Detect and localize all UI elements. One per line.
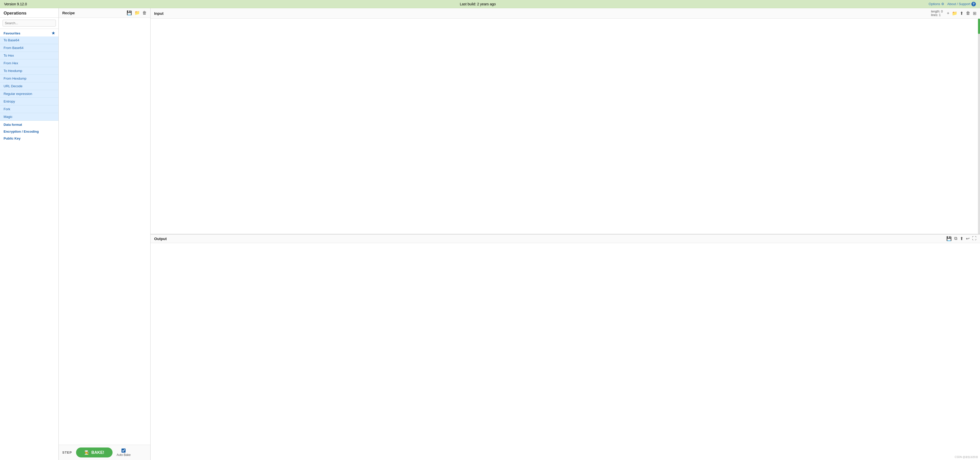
- output-copy-icon[interactable]: ⧉: [954, 236, 957, 241]
- bake-button[interactable]: 👨‍🍳 BAKE!: [76, 447, 113, 457]
- public-key-label: Public Key: [3, 136, 21, 140]
- op-item-to-hex[interactable]: To Hex: [0, 52, 59, 59]
- op-item-regular-expression[interactable]: Regular expression: [0, 90, 59, 98]
- recipe-title: Recipe: [62, 11, 75, 15]
- input-layout-icon[interactable]: ⊞: [973, 11, 977, 16]
- auto-bake-wrap: Auto Bake: [117, 449, 130, 457]
- version-label: Version 9.12.0: [4, 2, 27, 6]
- output-undo-icon[interactable]: ↩: [966, 236, 969, 241]
- op-item-to-hexdump[interactable]: To Hexdump: [0, 67, 59, 75]
- op-item-fork[interactable]: Fork: [0, 105, 59, 113]
- length-label: length:: [931, 10, 940, 13]
- output-icons: 💾 ⧉ ⬆ ↩ ⛶: [946, 236, 977, 241]
- recipe-icons: 💾 📁 🗑: [127, 10, 147, 16]
- recipe-footer: STEP 👨‍🍳 BAKE! Auto Bake: [59, 445, 150, 460]
- output-fullscreen-icon[interactable]: ⛶: [972, 236, 977, 241]
- input-add-icon[interactable]: +: [947, 11, 950, 16]
- op-item-from-hex[interactable]: From Hex: [0, 59, 59, 67]
- output-export-icon[interactable]: ⬆: [960, 236, 963, 241]
- bake-chef-icon: 👨‍🍳: [84, 450, 89, 455]
- sidebar-title: Operations: [0, 8, 59, 17]
- recipe-panel: Recipe 💾 📁 🗑 STEP 👨‍🍳 BAKE! Auto Bake: [59, 8, 151, 460]
- watermark: CSDN @请告诉所得: [955, 455, 978, 459]
- input-open-icon[interactable]: 📁: [952, 11, 957, 16]
- input-header: Input length: 0 lines: 1 + 📁 ⬆ 🗑 ⊞: [151, 8, 980, 19]
- output-save-icon[interactable]: 💾: [946, 236, 952, 241]
- input-scroll-thumb: [978, 19, 980, 34]
- op-item-magic[interactable]: Magic: [0, 113, 59, 121]
- gear-icon: ⚙: [941, 2, 944, 6]
- section-header-encryption-encoding: Encryption / Encoding: [0, 128, 59, 135]
- op-item-to-base64[interactable]: To Base64: [0, 36, 59, 44]
- help-icon: ?: [971, 2, 976, 6]
- output-body: [151, 243, 980, 460]
- step-button[interactable]: STEP: [62, 450, 72, 454]
- section-header-data-format: Data format: [0, 121, 59, 128]
- about-label: About / Support: [947, 2, 970, 6]
- search-input[interactable]: [3, 20, 56, 27]
- input-body: [151, 19, 980, 234]
- auto-bake-checkbox[interactable]: [121, 449, 126, 453]
- input-delete-icon[interactable]: 🗑: [966, 11, 970, 16]
- favourites-label: Favourites: [3, 32, 21, 35]
- output-section: Output 💾 ⧉ ⬆ ↩ ⛶: [151, 235, 980, 460]
- sidebar: Operations Favourites ★ To Base64 From B…: [0, 8, 59, 460]
- options-label: Options: [929, 2, 940, 6]
- length-value: 0: [941, 10, 943, 13]
- recipe-delete-icon[interactable]: 🗑: [142, 11, 147, 16]
- recipe-open-icon[interactable]: 📁: [135, 10, 140, 16]
- input-section: Input length: 0 lines: 1 + 📁 ⬆ 🗑 ⊞: [151, 8, 980, 235]
- data-format-label: Data format: [3, 123, 22, 127]
- lines-label: lines:: [931, 13, 938, 17]
- output-title: Output: [154, 236, 167, 241]
- input-textarea[interactable]: [151, 19, 980, 234]
- about-support-link[interactable]: About / Support ?: [947, 2, 976, 6]
- op-item-entropy[interactable]: Entropy: [0, 98, 59, 105]
- last-build-label: Last build: 2 years ago: [460, 2, 496, 6]
- io-panel: Input length: 0 lines: 1 + 📁 ⬆ 🗑 ⊞: [151, 8, 980, 460]
- options-about-group: Options ⚙ About / Support ?: [929, 2, 976, 6]
- operations-list: Favourites ★ To Base64 From Base64 To He…: [0, 29, 59, 460]
- op-item-from-base64[interactable]: From Base64: [0, 44, 59, 52]
- auto-bake-label[interactable]: Auto Bake: [117, 453, 130, 457]
- input-title: Input: [154, 11, 164, 16]
- op-item-from-hexdump[interactable]: From Hexdump: [0, 75, 59, 82]
- top-bar: Version 9.12.0 Last build: 2 years ago O…: [0, 0, 980, 8]
- recipe-body: [59, 18, 150, 445]
- input-meta-group: length: 0 lines: 1 + 📁 ⬆ 🗑 ⊞: [931, 10, 977, 17]
- section-header-favourites: Favourites ★: [0, 29, 59, 36]
- input-icons: + 📁 ⬆ 🗑 ⊞: [947, 11, 977, 16]
- recipe-save-icon[interactable]: 💾: [127, 10, 132, 16]
- options-link[interactable]: Options ⚙: [929, 2, 944, 6]
- bake-label: BAKE!: [91, 450, 104, 455]
- search-box: [0, 17, 59, 29]
- output-header: Output 💾 ⧉ ⬆ ↩ ⛶: [151, 235, 980, 243]
- lines-value: 1: [939, 13, 941, 17]
- main-layout: Operations Favourites ★ To Base64 From B…: [0, 8, 980, 460]
- star-icon: ★: [52, 31, 55, 35]
- op-item-url-decode[interactable]: URL Decode: [0, 82, 59, 90]
- recipe-header: Recipe 💾 📁 🗑: [59, 8, 150, 18]
- encryption-encoding-label: Encryption / Encoding: [3, 130, 39, 133]
- input-import-icon[interactable]: ⬆: [960, 11, 963, 16]
- input-scrollbar: [978, 19, 980, 234]
- section-header-public-key: Public Key: [0, 135, 59, 141]
- input-length-meta: length: 0 lines: 1: [931, 10, 943, 17]
- output-textarea[interactable]: [151, 243, 980, 460]
